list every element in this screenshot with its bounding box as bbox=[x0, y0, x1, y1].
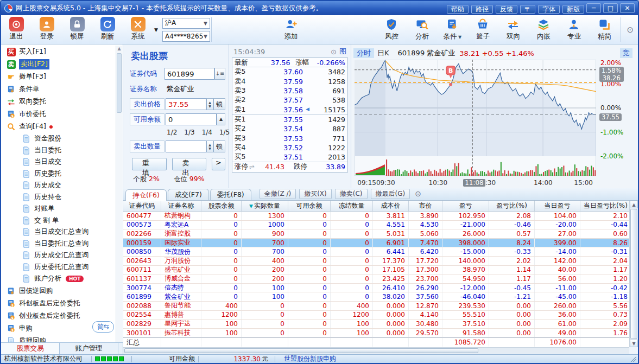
tab-orders[interactable]: 委托(F8) bbox=[210, 189, 251, 200]
close-button[interactable]: ✕ bbox=[620, 3, 635, 13]
minimize-button[interactable]: ─ bbox=[586, 3, 601, 13]
quantity-input[interactable] bbox=[166, 141, 206, 152]
sidebar-item-双向委托[interactable]: 双向委托 bbox=[2, 95, 115, 108]
account-select[interactable]: A4****8265▼ bbox=[162, 31, 210, 42]
scroll-up-icon[interactable]: ▲ bbox=[630, 201, 638, 208]
market-select[interactable]: 沪A▼ bbox=[162, 18, 210, 29]
分析-tool[interactable]: 分析 bbox=[407, 15, 437, 44]
column-header-可用余额[interactable]: 可用余额 bbox=[288, 201, 331, 211]
available-input[interactable]: 0 bbox=[166, 113, 217, 125]
sidebar-item-卖出[F2][interactable]: 卖卖出[F2] bbox=[2, 58, 115, 71]
pin-button[interactable]: 〒 bbox=[520, 5, 535, 14]
price-stepper[interactable]: ▲▼ bbox=[206, 98, 213, 110]
sidebar-item-撤单[F3][interactable]: ☛撤单[F3] bbox=[2, 71, 115, 83]
auction-button[interactable]: 竞 bbox=[620, 48, 632, 58]
ask-row-卖3[interactable]: 卖337.58691 bbox=[232, 86, 347, 95]
scrollbar-thumb[interactable] bbox=[630, 209, 637, 339]
price-input[interactable]: 37.55 bbox=[166, 98, 206, 110]
swap-arrows-icon[interactable]: ⇌ bbox=[249, 163, 255, 171]
simple-mode-toggle[interactable]: 简⇆ bbox=[92, 321, 114, 333]
column-header-股票余额[interactable]: 股票余额 bbox=[201, 201, 242, 211]
code-lookup-icon[interactable]: ↓≡ bbox=[214, 68, 225, 80]
双向-tool[interactable]: 双向 bbox=[498, 15, 528, 44]
sidebar-item-质押回购[interactable]: 质押回购 bbox=[2, 335, 115, 343]
more-button[interactable]: > bbox=[212, 158, 225, 170]
风控-tool[interactable]: 风控 bbox=[376, 15, 407, 44]
fraction-1/4[interactable]: 1/4 bbox=[202, 129, 212, 136]
sidebar-item-当日成交汇总查询[interactable]: 当日成交汇总查询 bbox=[2, 226, 115, 238]
tab-daily-k[interactable]: 日K bbox=[374, 48, 393, 58]
scroll-up-icon[interactable]: ▲ bbox=[116, 46, 122, 52]
maximize-button[interactable]: □ bbox=[603, 3, 618, 13]
系统-tool[interactable]: 系统 bbox=[123, 15, 153, 44]
toolbar-settings-gear-icon[interactable]: ⊙ bbox=[627, 25, 634, 35]
position-row-601137[interactable]: 601137博威合金02000023.42523.70054.9501.1756… bbox=[123, 274, 629, 284]
position-row-002088[interactable]: 002088鲁阳节能400004000.00012.870239.5300.00… bbox=[123, 302, 629, 311]
position-row-300774[interactable]: 300774倍杰特01000026.41026.290-12.000-0.45-… bbox=[123, 284, 629, 293]
刷新-tool[interactable]: 刷新 bbox=[92, 15, 123, 44]
quantity-label[interactable]: 卖出数量 bbox=[130, 141, 165, 152]
tab-filled[interactable]: 成交(F7) bbox=[168, 189, 209, 200]
price-label[interactable]: 卖出价格 bbox=[130, 98, 165, 110]
quantity-lock-button[interactable]: 锁 bbox=[213, 141, 225, 152]
锁屏-tool[interactable]: 锁屏 bbox=[62, 15, 92, 44]
position-row-601899[interactable]: 601899紫金矿业01000038.02037.560-46.040-1.21… bbox=[123, 292, 629, 302]
sidebar-item-当日成交[interactable]: 当日成交 bbox=[2, 156, 115, 168]
scrollbar-thumb[interactable] bbox=[124, 348, 478, 353]
ask-row-卖1[interactable]: 卖137.56◀15175 bbox=[232, 105, 347, 114]
more-tools-caret-icon[interactable]: ▼ bbox=[154, 27, 158, 33]
sidebar-item-历史委托汇总查询[interactable]: 历史委托汇总查询 bbox=[2, 261, 115, 273]
篮子-tool[interactable]: 篮子 bbox=[467, 15, 498, 44]
sidebar-item-买入[F1][interactable]: 买买入[F1] bbox=[2, 46, 115, 58]
available-dropup-icon[interactable]: ▲ bbox=[217, 113, 225, 125]
tab-account-manage[interactable]: 账户管理 bbox=[60, 343, 118, 354]
position-row-002266[interactable]: 002266浙富控股0900005.0315.06026.0000.5727.0… bbox=[123, 229, 629, 239]
sidebar-item-历史委托[interactable]: 历史委托 bbox=[2, 168, 115, 180]
column-header-成本价[interactable]: 成本价 bbox=[373, 201, 409, 211]
bid-row-买3[interactable]: 买337.53771 bbox=[232, 133, 347, 143]
position-row-000850[interactable]: 000850华茂股份0700006.4416.420-15.000-0.33-1… bbox=[123, 247, 629, 257]
内嵌-tool[interactable]: 内嵌 bbox=[528, 15, 559, 44]
退出-tool[interactable]: 退出 bbox=[1, 15, 31, 44]
sidebar-item-历史成交[interactable]: 历史成交 bbox=[2, 180, 115, 191]
sidebar-item-市价委托[interactable]: $市价委托 bbox=[2, 108, 115, 120]
ask-row-卖5[interactable]: 卖537.603482 bbox=[232, 67, 347, 76]
sidebar-scrollbar[interactable]: ▲ bbox=[116, 46, 122, 342]
column-header-当日盈亏比(%)[interactable]: 当日盈亏比(%) bbox=[580, 201, 629, 211]
条件-tool[interactable]: 条件 ▼ bbox=[437, 15, 467, 44]
position-row-600711[interactable]: 600711盛屯矿业02000017.10517.30038.9701.1440… bbox=[123, 266, 629, 275]
font-button[interactable]: 字体 bbox=[538, 5, 560, 14]
fraction-1/5[interactable]: 1/5 bbox=[219, 129, 230, 136]
精简-tool[interactable]: 精简 bbox=[589, 15, 619, 44]
bid-row-买1[interactable]: 买137.551429 bbox=[232, 115, 347, 124]
sidebar-item-账户分析[interactable]: 账户分析HOT bbox=[2, 273, 115, 285]
bid-row-买5[interactable]: 买537.512013 bbox=[232, 152, 347, 162]
table-horizontal-scrollbar[interactable] bbox=[123, 347, 629, 354]
position-row-000573[interactable]: 000573粤宏远A01000004.5514.530-21.000-0.46-… bbox=[123, 221, 629, 230]
column-header-市价[interactable]: 市价 bbox=[409, 201, 442, 211]
tab-stock-trade[interactable]: 股票交易 bbox=[1, 343, 60, 354]
专业-tool[interactable]: 专业 bbox=[559, 15, 589, 44]
sidebar-item-当日委托[interactable]: 当日委托 bbox=[2, 145, 115, 157]
column-header-当日盈亏[interactable]: 当日盈亏 bbox=[535, 201, 580, 211]
chevron-down-icon[interactable]: ▼ bbox=[457, 35, 462, 40]
price-lock-button[interactable]: 锁 bbox=[213, 98, 225, 110]
available-label[interactable]: 可用余额 bbox=[130, 113, 165, 125]
new-version-button[interactable]: 新版 bbox=[562, 5, 584, 14]
cancel-last-button[interactable]: 撤最后(G) bbox=[371, 189, 410, 199]
fraction-1/2[interactable]: 1/2 bbox=[167, 129, 177, 136]
code-input[interactable]: 601899 bbox=[165, 68, 214, 80]
ask-row-卖4[interactable]: 卖437.591258 bbox=[232, 77, 347, 86]
column-header-实际数量[interactable]: ▼实际数量 bbox=[242, 201, 288, 211]
intraday-chart[interactable]: B2.00%1.00%0.00%-1.00%-2.00%1.58%38.2637… bbox=[353, 60, 638, 177]
column-header-盈亏比(%)[interactable]: 盈亏比(%) bbox=[489, 201, 535, 211]
sidebar-item-查询[F4][interactable]: 查询[F4] bbox=[2, 120, 115, 133]
bid-row-买4[interactable]: 买437.521222 bbox=[232, 143, 347, 152]
scrollbar-thumb[interactable] bbox=[117, 53, 122, 113]
resize-grip[interactable] bbox=[631, 356, 636, 362]
column-header-盈亏[interactable]: 盈亏 bbox=[442, 201, 489, 211]
fraction-1/3[interactable]: 1/3 bbox=[184, 129, 194, 136]
sidebar-item-交 割 单[interactable]: 交 割 单 bbox=[2, 215, 115, 227]
cancel-all-button[interactable]: 全撤(Z /) bbox=[260, 189, 296, 199]
sidebar-item-历史成交汇总查询[interactable]: 历史成交汇总查询 bbox=[2, 250, 115, 261]
